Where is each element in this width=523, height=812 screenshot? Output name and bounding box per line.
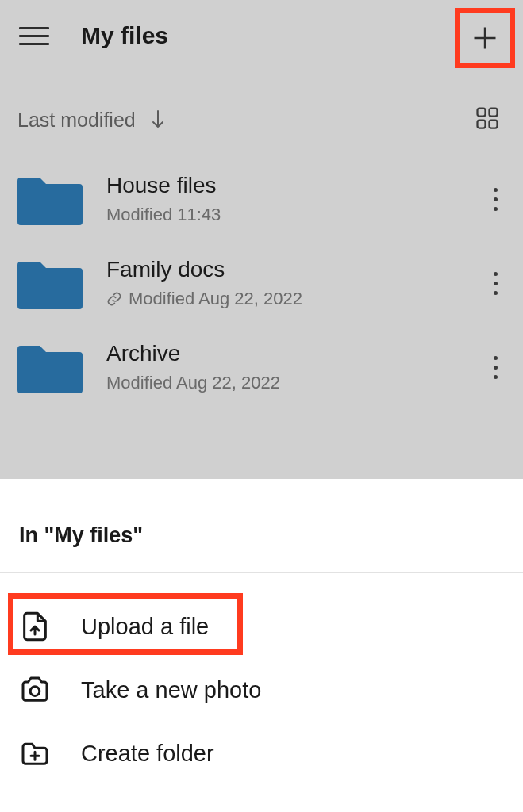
view-toggle-button[interactable]: [475, 106, 499, 133]
sheet-title: In "My files": [0, 479, 523, 572]
take-photo-label: Take a new photo: [81, 677, 261, 703]
file-modified: Modified 11:43: [106, 205, 462, 225]
app-header: My files: [0, 0, 523, 75]
take-photo-button[interactable]: Take a new photo: [0, 658, 523, 722]
sort-label-text: Last modified: [17, 109, 136, 132]
more-button[interactable]: [486, 180, 506, 219]
add-button[interactable]: [455, 8, 515, 68]
folder-plus-icon: [19, 737, 51, 769]
camera-icon: [19, 674, 51, 706]
svg-point-4: [30, 687, 40, 696]
svg-rect-1: [490, 109, 498, 117]
plus-icon: [471, 24, 499, 52]
upload-file-label: Upload a file: [81, 614, 209, 640]
folder-icon: [17, 341, 83, 393]
divider: [0, 572, 523, 573]
arrow-down-icon: [150, 109, 166, 130]
file-text: Archive Modified Aug 22, 2022: [106, 341, 462, 393]
file-name: Archive: [106, 341, 462, 366]
sort-button[interactable]: Last modified: [17, 109, 166, 132]
svg-rect-2: [478, 121, 486, 128]
folder-icon: [17, 257, 83, 309]
create-folder-label: Create folder: [81, 741, 214, 767]
more-button[interactable]: [486, 348, 506, 387]
file-name: House files: [106, 173, 462, 198]
file-modified-text: Modified Aug 22, 2022: [129, 289, 302, 309]
list-item[interactable]: House files Modified 11:43: [0, 157, 523, 241]
files-list: House files Modified 11:43 Family docs M…: [0, 149, 523, 417]
upload-file-icon: [19, 611, 51, 642]
list-item[interactable]: Family docs Modified Aug 22, 2022: [0, 241, 523, 325]
file-modified: Modified Aug 22, 2022: [106, 289, 462, 309]
upload-file-button[interactable]: Upload a file: [0, 595, 523, 658]
page-title: My files: [81, 22, 168, 49]
svg-rect-3: [490, 121, 498, 128]
main-screen-dimmed: My files Last modified: [0, 0, 523, 479]
file-text: House files Modified 11:43: [106, 173, 462, 225]
list-item[interactable]: Archive Modified Aug 22, 2022: [0, 325, 523, 409]
file-text: Family docs Modified Aug 22, 2022: [106, 257, 462, 309]
menu-icon[interactable]: [19, 27, 49, 45]
more-button[interactable]: [486, 264, 506, 303]
folder-icon: [17, 173, 83, 225]
sort-row: Last modified: [0, 75, 523, 149]
action-sheet: In "My files" Upload a file Take a new p…: [0, 479, 523, 812]
link-icon: [106, 291, 122, 307]
svg-rect-0: [478, 109, 486, 117]
file-modified: Modified Aug 22, 2022: [106, 373, 462, 393]
file-name: Family docs: [106, 257, 462, 282]
create-folder-button[interactable]: Create folder: [0, 722, 523, 785]
grid-icon: [475, 106, 499, 130]
